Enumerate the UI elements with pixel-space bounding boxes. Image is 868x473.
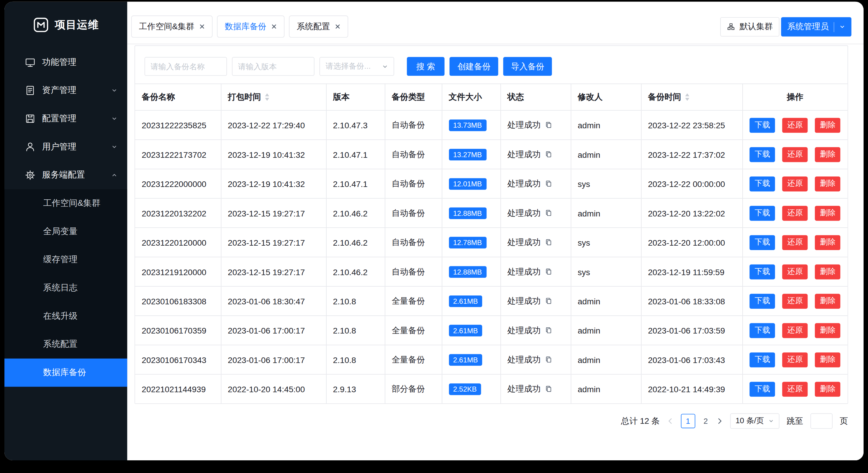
sort-icon[interactable] <box>265 93 269 101</box>
restore-button[interactable]: 还原 <box>782 264 808 279</box>
restore-button[interactable]: 还原 <box>782 382 808 397</box>
delete-button[interactable]: 删除 <box>815 206 840 221</box>
cell-version: 2.10.8 <box>326 316 385 345</box>
restore-button[interactable]: 还原 <box>782 147 808 162</box>
download-button[interactable]: 下载 <box>750 235 775 250</box>
copy-icon[interactable] <box>544 268 552 276</box>
sidebar-item-label: 用户管理 <box>42 141 76 153</box>
cell-operations: 下载 还原 删除 <box>742 257 847 286</box>
restore-button[interactable]: 还原 <box>782 118 808 133</box>
cell-file-size: 12.78MB <box>442 228 500 257</box>
backup-type-select[interactable]: 请选择备份... <box>319 57 394 76</box>
admin-user-button[interactable]: 系统管理员 <box>781 17 851 37</box>
sidebar-subitem-global-vars[interactable]: 全局变量 <box>4 217 127 246</box>
copy-icon[interactable] <box>544 356 552 363</box>
sidebar-item-server-config[interactable]: 服务端配置 <box>4 161 127 189</box>
delete-button[interactable]: 删除 <box>815 382 840 397</box>
backup-table: 备份名称 打包时间 版本 备份类型 文件大小 状态 修改人 <box>135 84 848 403</box>
status-text: 处理成功 <box>507 384 541 394</box>
copy-icon[interactable] <box>544 209 552 217</box>
delete-button[interactable]: 删除 <box>815 264 840 279</box>
sidebar-item-config-mgmt[interactable]: 配置管理 <box>4 105 127 133</box>
version-input[interactable] <box>232 57 314 76</box>
sidebar-item-user-mgmt[interactable]: 用户管理 <box>4 133 127 161</box>
file-size-badge: 2.61MB <box>449 324 483 336</box>
copy-icon[interactable] <box>544 180 552 188</box>
restore-button[interactable]: 还原 <box>782 293 808 309</box>
sidebar-subitem-cache-mgmt[interactable]: 缓存管理 <box>4 246 127 274</box>
page-unit-label: 页 <box>840 416 848 427</box>
subitem-label: 数据库备份 <box>43 367 86 378</box>
delete-button[interactable]: 删除 <box>815 235 840 250</box>
copy-icon[interactable] <box>544 150 552 158</box>
download-button[interactable]: 下载 <box>750 382 775 397</box>
cluster-selector-button[interactable]: 默认集群 <box>720 17 779 37</box>
cell-backup-time: 2023-12-22 17:37:02 <box>641 140 742 169</box>
copy-icon[interactable] <box>544 326 552 334</box>
sort-icon[interactable] <box>684 93 689 101</box>
copy-icon[interactable] <box>544 239 552 246</box>
download-button[interactable]: 下载 <box>750 206 775 221</box>
col-header-backup-name: 备份名称 <box>135 84 221 110</box>
close-icon[interactable] <box>271 24 277 30</box>
cell-status: 处理成功 <box>500 140 570 169</box>
next-page-icon[interactable] <box>716 418 723 424</box>
cell-modifier: sys <box>570 257 641 286</box>
delete-button[interactable]: 删除 <box>815 352 840 367</box>
cell-version: 2.10.46.2 <box>326 198 385 228</box>
sidebar-subitem-db-backup[interactable]: 数据库备份 <box>4 358 127 387</box>
status-text: 处理成功 <box>507 325 541 336</box>
delete-button[interactable]: 删除 <box>815 176 840 191</box>
col-header-operations: 操作 <box>742 84 847 110</box>
copy-icon[interactable] <box>544 297 552 305</box>
backup-name-input[interactable] <box>145 57 227 76</box>
cell-backup-type: 自动备份 <box>385 257 442 286</box>
sidebar-subitem-system-config[interactable]: 系统配置 <box>4 330 127 358</box>
col-header-file-size: 文件大小 <box>442 84 500 110</box>
download-button[interactable]: 下载 <box>750 176 775 191</box>
tab-workspace-cluster[interactable]: 工作空间&集群 <box>131 15 213 38</box>
prev-page-icon[interactable] <box>667 418 674 424</box>
restore-button[interactable]: 还原 <box>782 206 808 221</box>
sidebar-item-function-mgmt[interactable]: 功能管理 <box>4 48 127 76</box>
page-button-1[interactable]: 1 <box>681 414 695 428</box>
delete-button[interactable]: 删除 <box>815 323 840 338</box>
download-button[interactable]: 下载 <box>750 323 775 338</box>
sidebar-item-asset-mgmt[interactable]: 资产管理 <box>4 76 127 105</box>
delete-button[interactable]: 删除 <box>815 118 840 133</box>
import-backup-button[interactable]: 导入备份 <box>503 57 552 76</box>
status-text: 处理成功 <box>507 120 541 130</box>
cell-backup-name: 20231222235825 <box>135 110 221 139</box>
close-icon[interactable] <box>335 24 340 30</box>
tab-system-config[interactable]: 系统配置 <box>289 15 348 38</box>
cell-file-size: 12.88MB <box>442 198 500 228</box>
jump-page-input[interactable] <box>810 413 833 429</box>
sidebar-subitem-workspace-cluster[interactable]: 工作空间&集群 <box>4 189 127 218</box>
create-backup-button[interactable]: 创建备份 <box>450 57 498 76</box>
download-button[interactable]: 下载 <box>750 293 775 309</box>
cell-pack-time: 2023-12-22 17:29:40 <box>221 110 326 139</box>
download-button[interactable]: 下载 <box>750 118 775 133</box>
close-icon[interactable] <box>199 24 205 30</box>
cell-status: 处理成功 <box>500 257 570 286</box>
restore-button[interactable]: 还原 <box>782 352 808 367</box>
download-button[interactable]: 下载 <box>750 352 775 367</box>
page-size-select[interactable]: 10 条/页 <box>730 413 779 429</box>
restore-button[interactable]: 还原 <box>782 176 808 191</box>
download-button[interactable]: 下载 <box>750 147 775 162</box>
tab-db-backup[interactable]: 数据库备份 <box>217 15 285 38</box>
page-button-2[interactable]: 2 <box>703 417 709 425</box>
cell-backup-time: 2023-12-20 12:00:00 <box>641 228 742 257</box>
copy-icon[interactable] <box>544 385 552 393</box>
sidebar-subitem-online-upgrade[interactable]: 在线升级 <box>4 302 127 330</box>
cell-pack-time: 2023-12-15 19:27:17 <box>221 228 326 257</box>
delete-button[interactable]: 删除 <box>815 293 840 309</box>
download-button[interactable]: 下载 <box>750 264 775 279</box>
search-button[interactable]: 搜 索 <box>407 57 445 76</box>
restore-button[interactable]: 还原 <box>782 323 808 338</box>
file-size-badge: 2.61MB <box>449 295 483 307</box>
copy-icon[interactable] <box>544 121 552 129</box>
restore-button[interactable]: 还原 <box>782 235 808 250</box>
sidebar-subitem-system-logs[interactable]: 系统日志 <box>4 274 127 302</box>
delete-button[interactable]: 删除 <box>815 147 840 162</box>
